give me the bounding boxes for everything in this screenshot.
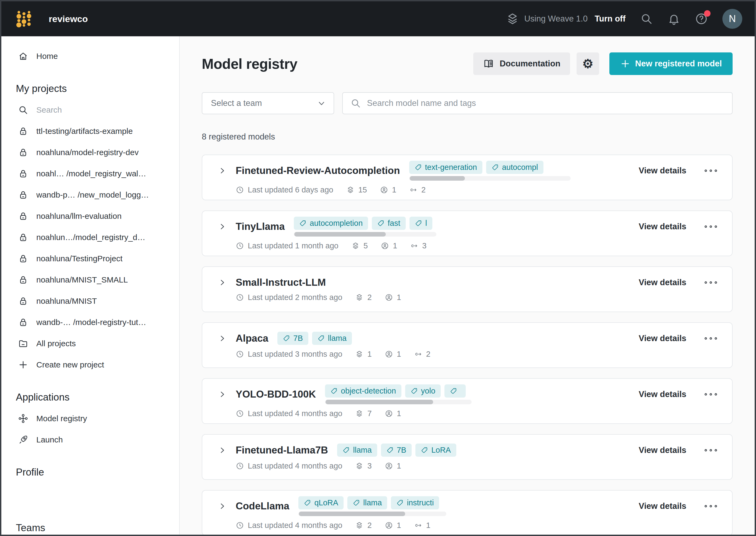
expand-chevron-icon[interactable]	[218, 222, 227, 231]
plus-icon	[18, 360, 28, 370]
tag-lora[interactable]: LoRA	[415, 444, 456, 457]
view-details-button[interactable]: View details	[639, 166, 686, 176]
sidebar-item-ttl-testing-artifacts-example[interactable]: ttl-testing/artifacts-example	[1, 120, 179, 142]
sidebar-item-noahluna-testingproject[interactable]: noahluna/TestingProject	[1, 248, 179, 269]
tags-scrollbar[interactable]	[409, 176, 571, 181]
model-name[interactable]: CodeLlama	[236, 500, 289, 512]
tag-7b[interactable]: 7B	[381, 444, 412, 457]
user-icon	[385, 409, 393, 418]
sidebar-item-noahluna-llm-evaluation[interactable]: noahluna/llm-evaluation	[1, 205, 179, 227]
tag-autocompl[interactable]: autocompl	[486, 161, 543, 174]
more-menu-button[interactable]	[703, 279, 718, 286]
tag-7b[interactable]: 7B	[277, 332, 308, 345]
weave-turn-off-button[interactable]: Turn off	[594, 14, 626, 24]
tag-l[interactable]: l	[410, 217, 432, 230]
view-details-button[interactable]: View details	[639, 222, 686, 231]
search-icon[interactable]	[640, 12, 653, 25]
notifications-bell-icon[interactable]	[667, 12, 680, 25]
tag-instructi[interactable]: instructi	[391, 496, 439, 509]
model-name[interactable]: Alpaca	[236, 333, 268, 344]
lock-icon	[18, 296, 28, 306]
sidebar-item-noahl-model-registry-wal[interactable]: noahl… /model_registry_wal…	[1, 163, 179, 184]
avatar[interactable]: N	[722, 9, 742, 29]
settings-gear-button[interactable]: ⚙	[577, 52, 599, 75]
tags-scrollbar-thumb[interactable]	[326, 400, 433, 404]
tag-yolo[interactable]: yolo	[405, 385, 441, 398]
sidebar-item-wandb-model-registry-tut[interactable]: wandb-… /model-registry-tut…	[1, 312, 179, 333]
sidebar-item-label: All projects	[36, 339, 76, 348]
expand-chevron-icon[interactable]	[218, 334, 227, 343]
tag-llama[interactable]: llama	[337, 444, 377, 457]
consumer-count: 1	[385, 521, 401, 530]
tags-scrollbar[interactable]	[294, 232, 436, 237]
sidebar-item-noahlun-model-registry-d[interactable]: noahlun…/model_registry_d…	[1, 227, 179, 248]
sidebar-item-noahluna-mnist-small[interactable]: noahluna/MNIST_SMALL	[1, 269, 179, 290]
expand-chevron-icon[interactable]	[218, 390, 227, 399]
team-select-dropdown[interactable]: Select a team	[202, 92, 334, 114]
more-menu-button[interactable]	[703, 223, 718, 230]
sidebar-item-label: noahluna/MNIST	[36, 296, 97, 306]
view-details-button[interactable]: View details	[639, 278, 686, 287]
sidebar-item-noahluna-mnist[interactable]: noahluna/MNIST	[1, 290, 179, 312]
tags-group: qLoRAllamainstructi	[298, 496, 446, 516]
tag-icon	[421, 447, 428, 454]
consumer-count: 1	[385, 409, 401, 418]
tag-llama[interactable]: llama	[347, 496, 387, 509]
sidebar-item-noahluna-model-registry-dev[interactable]: noahluna/model-registry-dev	[1, 142, 179, 163]
tag-icon	[377, 219, 384, 227]
tag-autocompletion[interactable]: autocompletion	[294, 217, 368, 230]
view-details-button[interactable]: View details	[639, 501, 686, 511]
model-name[interactable]: TinyLlama	[236, 221, 285, 232]
expand-chevron-icon[interactable]	[218, 166, 227, 175]
tags-scrollbar-thumb[interactable]	[294, 232, 386, 237]
new-registered-model-button[interactable]: New registered model	[609, 52, 733, 75]
sidebar-search[interactable]: Search	[1, 99, 179, 120]
sidebar-item-create-new-project[interactable]: Create new project	[1, 354, 179, 375]
view-details-button[interactable]: View details	[639, 446, 686, 455]
brand-name[interactable]: reviewco	[49, 14, 88, 24]
model-card-alpaca: Alpaca 7Bllama View details Last updated…	[202, 322, 733, 368]
tag-object-detection[interactable]: object-detection	[325, 385, 401, 398]
model-name[interactable]: Finetuned-Review-Autocompletion	[236, 165, 400, 176]
tags-scrollbar-thumb[interactable]	[299, 512, 405, 516]
more-menu-button[interactable]	[703, 167, 718, 174]
tag-truncated[interactable]	[445, 385, 466, 398]
model-search-input[interactable]	[367, 98, 725, 108]
sidebar-item-launch[interactable]: Launch	[1, 429, 179, 450]
tag-llama[interactable]: llama	[312, 332, 352, 345]
tag-label: llama	[328, 334, 346, 343]
tags-scrollbar[interactable]	[325, 400, 472, 404]
clock-icon	[236, 350, 244, 358]
model-name[interactable]: YOLO-BDD-100K	[236, 389, 316, 400]
book-icon	[483, 58, 494, 69]
tag-fast[interactable]: fast	[372, 217, 406, 230]
brand-logo-icon[interactable]	[15, 8, 33, 30]
tags-scrollbar-thumb[interactable]	[410, 176, 465, 181]
tag-text-generation[interactable]: text-generation	[409, 161, 483, 174]
more-menu-button[interactable]	[703, 503, 718, 510]
sidebar-item-label: ttl-testing/artifacts-example	[36, 127, 133, 136]
more-menu-button[interactable]	[703, 391, 718, 398]
expand-chevron-icon[interactable]	[218, 446, 227, 454]
model-card-finetuned-llama7b: Finetuned-Llama7B llama7BLoRA View detai…	[202, 434, 733, 480]
sidebar-item-all-projects[interactable]: All projects	[1, 333, 179, 354]
expand-chevron-icon[interactable]	[218, 278, 227, 287]
last-updated: Last updated 4 months ago	[236, 409, 342, 418]
view-details-button[interactable]: View details	[639, 334, 686, 343]
tag-qlora[interactable]: qLoRA	[298, 496, 343, 509]
sidebar-item-home[interactable]: Home	[1, 46, 179, 67]
sidebar-item-wandb-p-new-model-logg[interactable]: wandb-p… /new_model_logg…	[1, 184, 179, 205]
documentation-button[interactable]: Documentation	[473, 52, 570, 75]
sidebar-item-label: Create new project	[36, 360, 104, 369]
version-count: 15	[346, 185, 367, 194]
help-button[interactable]	[695, 12, 708, 25]
tags-scrollbar[interactable]	[298, 512, 446, 516]
more-menu-button[interactable]	[703, 447, 718, 454]
model-name[interactable]: Small-Instruct-LLM	[236, 277, 326, 288]
model-card-codellama: CodeLlama qLoRAllamainstructi View detai…	[202, 490, 733, 535]
expand-chevron-icon[interactable]	[218, 502, 227, 511]
more-menu-button[interactable]	[703, 335, 718, 342]
sidebar-item-model-registry[interactable]: Model registry	[1, 408, 179, 429]
view-details-button[interactable]: View details	[639, 389, 686, 399]
model-name[interactable]: Finetuned-Llama7B	[236, 445, 328, 456]
